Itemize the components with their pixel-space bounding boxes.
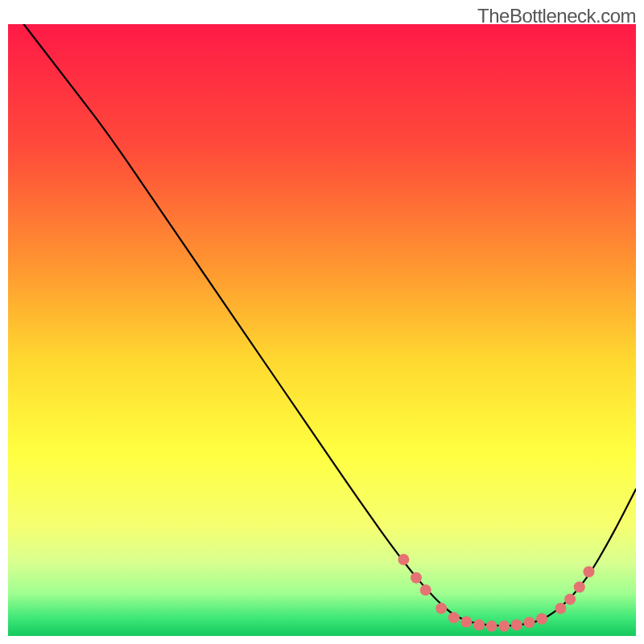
- curve-marker: [486, 621, 497, 632]
- curve-marker: [498, 621, 510, 632]
- curve-marker: [523, 617, 535, 628]
- curve-marker: [411, 572, 422, 584]
- curve-marker: [511, 619, 522, 630]
- curve-marker: [584, 566, 595, 577]
- curve-marker: [460, 617, 472, 628]
- gradient-background: [8, 24, 636, 636]
- curve-marker: [564, 593, 576, 605]
- chart-canvas: TheBottleneck.com: [0, 0, 644, 644]
- curve-marker: [536, 613, 547, 625]
- curve-marker: [473, 619, 485, 630]
- curve-marker: [436, 603, 447, 614]
- curve-marker: [574, 581, 585, 592]
- curve-marker: [420, 584, 431, 596]
- curve-marker: [555, 603, 566, 614]
- plot-area: [8, 24, 636, 636]
- curve-marker: [448, 612, 460, 623]
- chart-svg: [8, 24, 636, 636]
- curve-marker: [398, 554, 409, 565]
